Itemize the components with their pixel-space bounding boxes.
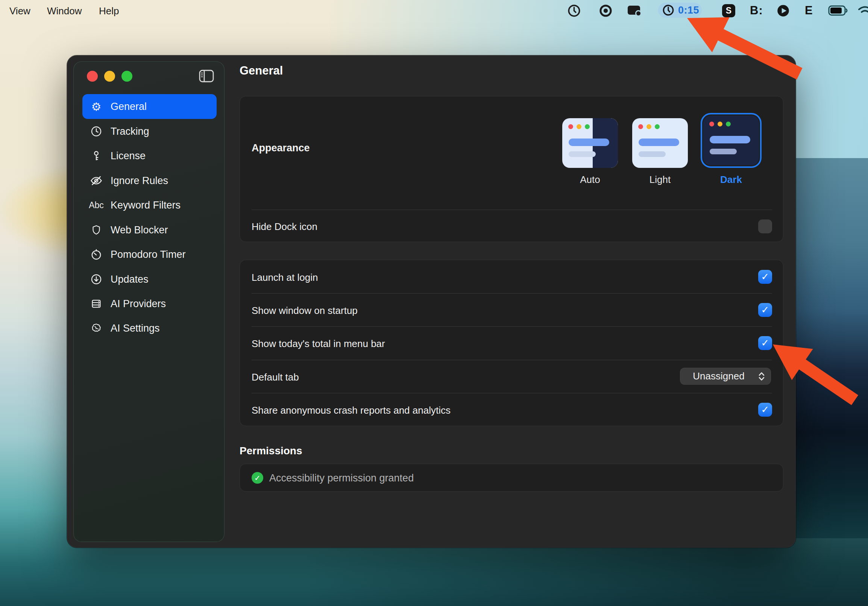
divider [252, 393, 772, 393]
sidebar-item-license[interactable]: License [82, 143, 217, 168]
default-tab-value: Unassigned [680, 370, 758, 382]
divider [252, 293, 772, 294]
hide-dock-label: Hide Dock icon [252, 221, 318, 233]
play-icon[interactable] [776, 3, 790, 18]
menu-help[interactable]: Help [99, 5, 119, 17]
close-button[interactable] [87, 71, 98, 82]
sidebar: ⚙ General Tracking License Ignore Rules … [73, 61, 225, 542]
server-icon [88, 298, 105, 310]
show-window-startup-checkbox[interactable]: ✓ [758, 303, 772, 317]
screen-recording-icon[interactable] [626, 3, 642, 18]
show-total-menubar-checkbox[interactable]: ✓ [758, 336, 772, 350]
shield-icon [88, 224, 105, 236]
hide-dock-checkbox[interactable] [758, 219, 772, 233]
permissions-heading: Permissions [240, 445, 302, 457]
sidebar-item-updates[interactable]: Updates [82, 267, 217, 292]
sidebar-item-ai-providers[interactable]: AI Providers [82, 291, 217, 316]
clock-icon[interactable] [567, 3, 581, 18]
permission-status: Accessibility permission granted [269, 472, 414, 484]
appearance-label: Appearance [252, 142, 310, 154]
sidebar-item-pomodoro-timer[interactable]: Pomodoro Timer [82, 242, 217, 267]
page-title: General [240, 64, 283, 78]
minimize-button[interactable] [104, 71, 115, 82]
sidebar-item-tracking[interactable]: Tracking [82, 119, 217, 144]
wifi-icon[interactable] [858, 3, 868, 18]
e-app-icon[interactable]: E [805, 3, 813, 18]
divider [252, 326, 772, 327]
sidebar-item-web-blocker[interactable]: Web Blocker [82, 218, 217, 242]
launch-at-login-label: Launch at login [252, 272, 318, 283]
toggle-sidebar-icon[interactable] [199, 70, 214, 84]
permissions-card: ✓ Accessibility permission granted [240, 464, 783, 492]
eye-off-icon [88, 174, 105, 187]
menu-view[interactable]: View [9, 5, 31, 17]
wallpaper-bottom-shade [0, 538, 868, 606]
gear-icon: ⚙ [88, 100, 105, 113]
brain-icon [88, 322, 105, 334]
zoom-button[interactable] [121, 71, 132, 82]
timer-pill-clock-icon [662, 4, 675, 17]
battery-icon[interactable] [828, 3, 848, 18]
sidebar-item-keyword-filters[interactable]: Abc Keyword Filters [82, 193, 217, 218]
timer-pill-time: 0:15 [678, 5, 699, 16]
sidebar-item-ignore-rules[interactable]: Ignore Rules [82, 168, 217, 193]
clock-icon [88, 125, 105, 137]
record-icon[interactable] [599, 3, 613, 18]
general-options-card: Launch at login ✓ Show window on startup… [240, 260, 783, 426]
abc-icon: Abc [88, 200, 105, 210]
divider [252, 210, 772, 210]
show-window-startup-label: Show window on startup [252, 305, 358, 317]
timer-pill[interactable]: 0:15 [658, 3, 702, 18]
sidebar-item-general[interactable]: ⚙ General [82, 94, 217, 119]
s-app-icon[interactable]: S [722, 3, 735, 18]
show-total-menubar-label: Show today's total in menu bar [252, 338, 385, 350]
divider [252, 360, 772, 360]
default-tab-select[interactable]: Unassigned [680, 368, 771, 385]
default-tab-label: Default tab [252, 371, 299, 383]
download-icon [88, 273, 105, 285]
chevron-up-down-icon [758, 371, 766, 382]
key-icon [88, 150, 105, 162]
b-app-icon[interactable]: B: [750, 3, 763, 18]
check-circle-icon: ✓ [252, 472, 263, 484]
analytics-label: Share anonymous crash reports and analyt… [252, 405, 451, 416]
menu-window[interactable]: Window [47, 5, 82, 17]
sidebar-item-ai-settings[interactable]: AI Settings [82, 316, 217, 341]
timer-icon [88, 249, 105, 261]
launch-at-login-checkbox[interactable]: ✓ [758, 270, 772, 284]
appearance-card: Appearance Auto Light Dark Hide Do [240, 96, 783, 242]
analytics-checkbox[interactable]: ✓ [758, 403, 772, 416]
